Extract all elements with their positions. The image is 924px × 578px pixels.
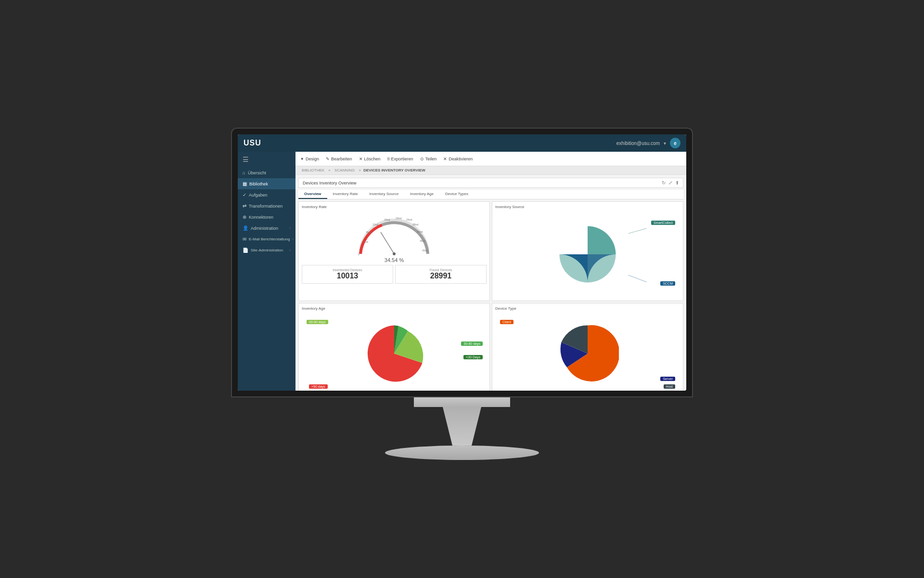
svg-text:36tsd.: 36tsd. xyxy=(420,239,426,242)
svg-text:32tsd.: 32tsd. xyxy=(417,230,424,233)
bearbeiten-button[interactable]: ✎ Bearbeiten xyxy=(326,157,352,161)
tab-overview[interactable]: Overview xyxy=(298,190,327,199)
sidebar-label-administration: Administration xyxy=(251,226,278,231)
email-icon: ✉ xyxy=(243,236,246,242)
loschen-button[interactable]: ✕ Löschen xyxy=(359,157,381,161)
monitor-screen: USU exhibition@usu.com ▾ e ☰ ⌂ Übersicht xyxy=(231,128,693,397)
teilen-button[interactable]: ⊙ Teilen xyxy=(420,157,437,161)
sccm-label: SCCM xyxy=(660,281,675,286)
bearbeiten-label: Bearbeiten xyxy=(331,157,352,161)
breadcrumb: BIBLIOTHEK » SCANNING » DEVICES INVENTOR… xyxy=(295,166,686,175)
refresh-icon[interactable]: ↻ xyxy=(662,180,666,185)
dashboard-title: Devices Inventory Overview xyxy=(303,181,357,185)
user-avatar[interactable]: e xyxy=(670,138,680,148)
breadcrumb-sep2: » xyxy=(359,168,361,172)
expand-icon[interactable]: ⤢ xyxy=(668,180,672,185)
tab-inventory-rate[interactable]: Inventory Rate xyxy=(327,190,364,199)
server-label: Server xyxy=(660,377,675,381)
inventoried-devices-box: Inventoried Devices 10013 xyxy=(302,265,393,284)
deactivate-icon: ✕ xyxy=(443,157,447,161)
sidebar-label-aufgaben: Aufgaben xyxy=(249,193,268,197)
svg-text:16tsd.: 16tsd. xyxy=(384,218,391,221)
found-devices-box: Found Devices 28991 xyxy=(395,265,487,284)
deaktivieren-button[interactable]: ✕ Deaktivieren xyxy=(443,157,473,161)
svg-text:12tsd.: 12tsd. xyxy=(372,223,379,226)
exportieren-button[interactable]: ⎘ Exportieren xyxy=(387,157,413,161)
sidebar-item-bibliothek[interactable]: ▦ Bibliothek xyxy=(238,178,295,189)
monitor-stand-base xyxy=(385,446,539,460)
design-button[interactable]: ✦ Design xyxy=(300,157,319,161)
breadcrumb-scanning[interactable]: SCANNING xyxy=(334,168,355,172)
breadcrumb-current: DEVICES INVENTORY OVERVIEW xyxy=(363,168,425,172)
inventory-age-chart: 00-90 days 30-60 days <30 Days >90 days xyxy=(302,313,487,391)
hamburger-menu[interactable]: ☰ xyxy=(238,152,295,167)
gauge-container: 0 4tsd. 8tsd. 12tsd. 16tsd. 20tsd. 24tsd… xyxy=(302,211,487,265)
main-layout: ☰ ⌂ Übersicht ▦ Bibliothek ✓ Aufgaben ⇄ xyxy=(238,152,686,391)
design-label: Design xyxy=(306,157,319,161)
breadcrumb-bibliothek[interactable]: BIBLIOTHEK xyxy=(302,168,324,172)
inventory-source-panel: Inventory Source xyxy=(492,201,683,301)
top-nav-right: exhibition@usu.com ▾ e xyxy=(616,138,680,148)
sidebar-item-transformationen[interactable]: ⇄ Transformationen xyxy=(238,200,295,211)
svg-text:24tsd.: 24tsd. xyxy=(406,218,413,221)
inventory-source-label: Inventory Source xyxy=(495,205,680,209)
sidebar: ☰ ⌂ Übersicht ▦ Bibliothek ✓ Aufgaben ⇄ xyxy=(238,152,295,391)
delete-icon: ✕ xyxy=(359,157,363,161)
bottom-charts: Inventory Age xyxy=(298,303,683,391)
monitor-stand-top xyxy=(414,397,510,407)
breadcrumb-sep1: » xyxy=(328,168,330,172)
content-area: ✦ Design ✎ Bearbeiten ✕ Löschen ⎘ xyxy=(295,152,686,391)
inventory-source-chart: SmartCollect SCCM xyxy=(495,211,680,298)
stats-row: Inventoried Devices 10013 Found Devices … xyxy=(302,265,487,284)
host-label: Host xyxy=(664,384,675,389)
tab-device-types[interactable]: Device Types xyxy=(439,190,474,199)
sidebar-label-email: E-Mail Berichterstattung xyxy=(249,237,290,241)
share-icon: ⊙ xyxy=(420,157,424,161)
sidebar-label-konnektoren: Konnektoren xyxy=(249,215,273,220)
export-icon: ⎘ xyxy=(387,157,390,161)
svg-text:28tsd.: 28tsd. xyxy=(412,223,419,226)
tasks-icon: ✓ xyxy=(243,192,246,197)
inventory-rate-label: Inventory Rate xyxy=(302,205,487,209)
chevron-right-icon-email: › xyxy=(292,237,294,241)
app-logo: USU xyxy=(244,139,261,147)
inventoried-value: 10013 xyxy=(307,272,388,280)
chevron-right-icon: › xyxy=(289,226,291,230)
monitor-wrapper: USU exhibition@usu.com ▾ e ☰ ⌂ Übersicht xyxy=(231,128,693,460)
device-type-panel: Device Type xyxy=(492,303,683,391)
age-gt90-label: >90 days xyxy=(309,384,328,389)
gauge-value: 34.54 % xyxy=(385,257,404,263)
client-label: Client xyxy=(500,320,513,324)
chevron-right-icon-site: › xyxy=(289,248,291,252)
monitor-stand-neck xyxy=(438,407,486,446)
edit-icon: ✎ xyxy=(326,157,330,161)
gauge-svg: 0 4tsd. 8tsd. 12tsd. 16tsd. 20tsd. 24tsd… xyxy=(356,213,433,256)
toolbar: ✦ Design ✎ Bearbeiten ✕ Löschen ⎘ xyxy=(295,152,686,166)
exportieren-label: Exportieren xyxy=(391,157,413,161)
top-charts-grid: Inventory Rate xyxy=(298,201,683,301)
device-type-label: Device Type xyxy=(495,306,680,311)
sidebar-item-site-admin[interactable]: 📄 Site-Administration › xyxy=(238,245,295,256)
sidebar-label-site-admin: Site-Administration xyxy=(251,248,283,252)
inventory-source-svg xyxy=(556,223,619,286)
inventoried-label: Inventoried Devices xyxy=(307,268,388,272)
device-type-chart: Client Server Host xyxy=(495,313,680,391)
dropdown-arrow[interactable]: ▾ xyxy=(664,141,666,146)
age-00-90-label: 00-90 days xyxy=(307,320,328,324)
sidebar-item-email[interactable]: ✉ E-Mail Berichterstattung › xyxy=(238,234,295,245)
tab-navigation: Overview Inventory Rate Inventory Source… xyxy=(298,190,683,199)
device-type-svg xyxy=(556,322,619,385)
dashboard-actions: ↻ ⤢ ⬆ xyxy=(662,180,679,185)
svg-line-0 xyxy=(381,232,394,254)
found-value: 28991 xyxy=(400,272,481,280)
tab-inventory-age[interactable]: Inventory Age xyxy=(404,190,439,199)
sidebar-label-bibliothek: Bibliothek xyxy=(249,182,268,186)
svg-text:8tsd.: 8tsd. xyxy=(366,231,372,234)
tab-inventory-source[interactable]: Inventory Source xyxy=(364,190,404,199)
share-dashboard-icon[interactable]: ⬆ xyxy=(675,180,679,185)
inventory-rate-panel: Inventory Rate xyxy=(298,201,490,301)
sidebar-item-ubersicht[interactable]: ⌂ Übersicht xyxy=(238,167,295,178)
sidebar-item-aufgaben[interactable]: ✓ Aufgaben xyxy=(238,189,295,200)
sidebar-item-administration[interactable]: 👤 Administration › xyxy=(238,223,295,234)
sidebar-item-konnektoren[interactable]: ⊕ Konnektoren xyxy=(238,211,295,223)
